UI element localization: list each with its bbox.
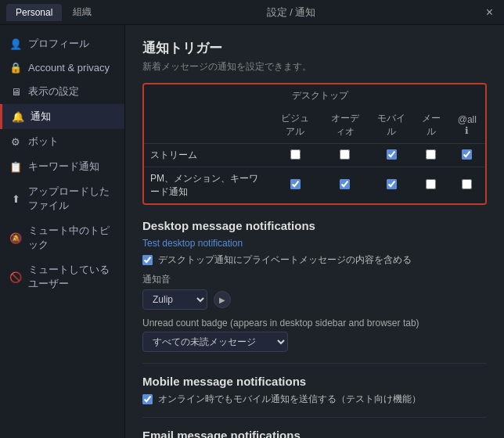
row-label-pm: PM、メンション、キーワード通知 bbox=[144, 167, 270, 204]
sidebar-label-muted-users: ミュートしているユーザー bbox=[28, 263, 115, 291]
sidebar-label-bots: ボット bbox=[28, 135, 59, 149]
pm-mobile-check[interactable] bbox=[387, 179, 397, 189]
mobile-section: Mobile message notifications オンライン時でもモバイ… bbox=[142, 375, 487, 406]
desktop-content-label: デスクトップ通知にプライベートメッセージの内容を含める bbox=[158, 253, 412, 267]
pm-all-check[interactable] bbox=[462, 179, 472, 189]
pm-email-check[interactable] bbox=[426, 179, 436, 189]
mobile-section-title: Mobile message notifications bbox=[142, 375, 487, 388]
sidebar-item-profile[interactable]: 👤 プロフィール bbox=[0, 31, 124, 56]
bot-icon: ⚙ bbox=[9, 136, 22, 148]
sidebar-item-keywords[interactable]: 📋 キーワード通知 bbox=[0, 154, 124, 179]
sidebar-item-muted-users[interactable]: 🚫 ミュートしているユーザー bbox=[0, 257, 124, 296]
notifier-label: 通知音 bbox=[142, 273, 487, 286]
email-section-title: Email message notifications bbox=[142, 429, 487, 438]
sidebar-item-bots[interactable]: ⚙ ボット bbox=[0, 129, 124, 154]
sidebar-label-notifications: 通知 bbox=[31, 110, 51, 124]
sidebar-label-uploads: アップロードしたファイル bbox=[28, 185, 115, 213]
tab-personal[interactable]: Personal bbox=[6, 4, 62, 21]
desktop-include-content-row: デスクトップ通知にプライベートメッセージの内容を含める bbox=[142, 253, 487, 267]
sidebar-item-account[interactable]: 🔒 Account & privacy bbox=[0, 56, 124, 79]
badge-select[interactable]: すべての未読メッセージ DMとメンション bbox=[142, 332, 288, 352]
block-icon: 🚫 bbox=[9, 271, 22, 283]
badge-select-row: すべての未読メッセージ DMとメンション bbox=[142, 332, 487, 352]
notification-trigger-table: デスクトップ ビジュアル オーディオ モバイル メール @all ℹ bbox=[142, 83, 487, 205]
display-icon: 🖥 bbox=[9, 86, 22, 98]
mobile-online-check-row: オンライン時でもモバイル通知を送信する（テスト向け機能） bbox=[142, 393, 487, 406]
test-desktop-link[interactable]: Test desktop notification bbox=[142, 238, 243, 249]
mute-icon: 🔕 bbox=[9, 232, 22, 244]
desktop-header: デスクトップ bbox=[270, 84, 369, 107]
breadcrumb: 設定 / 通知 bbox=[101, 5, 481, 20]
sidebar-label-account: Account & privacy bbox=[28, 62, 110, 74]
sidebar-label-muted-topics: ミュート中のトピック bbox=[28, 224, 115, 252]
table-row-pm: PM、メンション、キーワード通知 bbox=[144, 167, 485, 204]
notifier-select-row: Zulip None Ding ▶ bbox=[142, 289, 487, 310]
title-bar: Personal 組織 設定 / 通知 × bbox=[0, 0, 504, 25]
col-mobile: モバイル bbox=[370, 107, 413, 144]
sidebar: 👤 プロフィール 🔒 Account & privacy 🖥 表示の設定 🔔 通… bbox=[0, 25, 125, 438]
stream-email-check[interactable] bbox=[426, 149, 436, 160]
play-button[interactable]: ▶ bbox=[214, 291, 231, 308]
sidebar-label-keywords: キーワード通知 bbox=[28, 160, 99, 174]
sidebar-label-display: 表示の設定 bbox=[28, 84, 79, 99]
pm-audio-check[interactable] bbox=[340, 179, 350, 189]
col-visual: ビジュアル bbox=[270, 107, 320, 144]
section-title: 通知トリガー bbox=[142, 39, 487, 57]
sidebar-item-display[interactable]: 🖥 表示の設定 bbox=[0, 79, 124, 104]
badge-label: Unread count badge (appears in desktop s… bbox=[142, 318, 487, 328]
email-section: Email message notifications Delay before… bbox=[142, 429, 487, 438]
table-row-stream: ストリーム bbox=[144, 144, 485, 167]
profile-icon: 👤 bbox=[9, 38, 22, 50]
desktop-section-title: Desktop message notifications bbox=[142, 219, 487, 232]
mobile-online-check[interactable] bbox=[142, 394, 153, 404]
desktop-content-check[interactable] bbox=[142, 255, 153, 265]
stream-audio-check[interactable] bbox=[340, 149, 350, 160]
tab-organization[interactable]: 組織 bbox=[63, 2, 101, 22]
main-layout: 👤 プロフィール 🔒 Account & privacy 🖥 表示の設定 🔔 通… bbox=[0, 25, 504, 438]
pm-visual-check[interactable] bbox=[290, 179, 301, 189]
col-all: @all ℹ bbox=[449, 107, 485, 144]
bell-icon: 🔔 bbox=[12, 111, 24, 123]
sidebar-item-uploads[interactable]: ⬆ アップロードしたファイル bbox=[0, 179, 124, 218]
section-divider-2 bbox=[142, 417, 487, 418]
stream-mobile-check[interactable] bbox=[387, 149, 397, 160]
sidebar-label-profile: プロフィール bbox=[28, 37, 89, 51]
desktop-section: Desktop message notifications Test deskt… bbox=[142, 219, 487, 352]
sidebar-item-notifications[interactable]: 🔔 通知 bbox=[0, 104, 124, 129]
notifier-select[interactable]: Zulip None Ding bbox=[142, 289, 207, 310]
section-desc: 新着メッセージの通知を設定できます。 bbox=[142, 60, 487, 74]
upload-icon: ⬆ bbox=[9, 193, 22, 205]
row-label-stream: ストリーム bbox=[144, 144, 270, 167]
tabs-area: Personal 組織 bbox=[6, 2, 101, 22]
content-area: 通知トリガー 新着メッセージの通知を設定できます。 デスクトップ ビジュアル bbox=[125, 25, 504, 438]
col-audio: オーディオ bbox=[320, 107, 370, 144]
section-divider-1 bbox=[142, 363, 487, 364]
sidebar-item-muted-topics[interactable]: 🔕 ミュート中のトピック bbox=[0, 218, 124, 257]
lock-icon: 🔒 bbox=[9, 62, 22, 74]
keyword-icon: 📋 bbox=[9, 161, 22, 173]
col-email: メール bbox=[413, 107, 449, 144]
close-button[interactable]: × bbox=[481, 4, 498, 21]
mobile-online-label: オンライン時でもモバイル通知を送信する（テスト向け機能） bbox=[158, 393, 421, 406]
stream-visual-check[interactable] bbox=[290, 149, 301, 160]
stream-all-check[interactable] bbox=[462, 149, 472, 160]
